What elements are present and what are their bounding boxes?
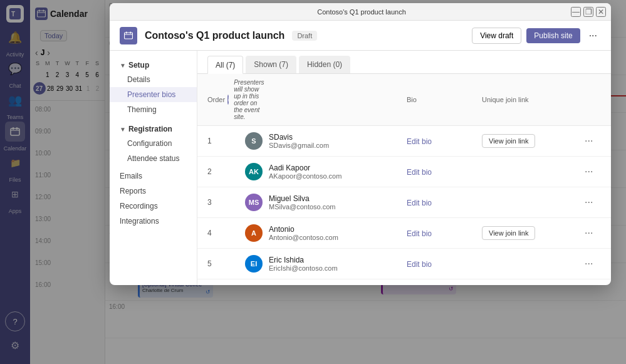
row-order: 2 [207, 167, 245, 176]
nav-reports[interactable]: Reports [110, 184, 197, 199]
nav-configuration[interactable]: Configuration [110, 136, 197, 151]
view-draft-button[interactable]: View draft [472, 28, 521, 44]
col-bio: Bio [407, 96, 482, 103]
row-more-button[interactable]: ··· [582, 165, 595, 179]
table-row: 2 AK Aadi Kapoor AKapoor@contoso.com Edi… [197, 157, 611, 187]
presenter-rows-container: 1 S SDavis SDavis@gmail.com Edit bio Vie… [197, 126, 611, 285]
presenter-email: Antonio@contoso.com [269, 234, 338, 241]
row-presenter: EI Eric Ishida EricIshi@contoso.com [245, 255, 407, 273]
row-order: 5 [207, 259, 245, 268]
presenter-name: Aadi Kapoor [269, 164, 342, 172]
svg-rect-10 [130, 31, 132, 33]
tab-hidden[interactable]: Hidden (0) [299, 56, 350, 73]
event-modal: Contoso's Q1 product launch — ❐ ✕ Contos… [110, 3, 611, 285]
presenter-email: EricIshi@contoso.com [269, 264, 338, 272]
nav-attendee-status[interactable]: Attendee status [110, 151, 197, 166]
modal-header: Contoso's Q1 product launch Draft View d… [110, 21, 611, 51]
modal-main-panel: All (7) Shown (7) Hidden (0) Order i Pre… [197, 51, 611, 285]
table-row: 1 S SDavis SDavis@gmail.com Edit bio Vie… [197, 126, 611, 157]
presenter-info: Aadi Kapoor AKapoor@contoso.com [269, 164, 342, 180]
edit-bio-link[interactable]: Edit bio [407, 199, 432, 207]
modal-titlebar: Contoso's Q1 product launch — ❐ ✕ [110, 3, 611, 21]
nav-registration-header[interactable]: ▼ Registration [110, 122, 197, 136]
presenter-email: SDavis@gmail.com [269, 142, 329, 149]
draft-badge: Draft [292, 31, 317, 41]
row-more-button[interactable]: ··· [582, 195, 595, 209]
row-order: 1 [207, 137, 245, 145]
edit-bio-link[interactable]: Edit bio [407, 137, 432, 146]
presenter-avatar: S [245, 132, 263, 150]
nav-theming[interactable]: Theming [110, 102, 197, 117]
presenter-email: AKapoor@contoso.com [269, 172, 342, 180]
tab-shown[interactable]: Shown (7) [246, 56, 296, 73]
view-join-link-button[interactable]: View join link [482, 226, 535, 240]
tab-all[interactable]: All (7) [207, 56, 243, 74]
modal-body: ▼ Setup Details Presenter bios Theming ▼… [110, 51, 611, 285]
row-bio: Edit bio [407, 259, 482, 269]
table-row: 3 MS Miguel Silva MSilva@contoso.com Edi… [197, 187, 611, 218]
edit-bio-link[interactable]: Edit bio [407, 260, 432, 269]
nav-emails[interactable]: Emails [110, 169, 197, 184]
row-order: 4 [207, 229, 245, 237]
row-bio: Edit bio [407, 167, 482, 177]
col-link: Unique join link [482, 96, 582, 103]
nav-setup-header[interactable]: ▼ Setup [110, 58, 197, 72]
row-presenter: MS Miguel Silva MSilva@contoso.com [245, 194, 407, 211]
row-actions: ··· [582, 134, 601, 148]
presenters-table: Order i Presenters will show up in this … [197, 74, 611, 285]
tab-bar: All (7) Shown (7) Hidden (0) [197, 51, 611, 74]
view-join-link-button[interactable]: View join link [482, 134, 535, 148]
row-bio: Edit bio [407, 229, 482, 238]
svg-rect-8 [125, 33, 133, 39]
presenter-info: Miguel Silva MSilva@contoso.com [269, 194, 336, 211]
event-icon [120, 27, 137, 44]
nav-integrations[interactable]: Integrations [110, 214, 197, 229]
nav-details[interactable]: Details [110, 72, 197, 87]
row-presenter: AK Aadi Kapoor AKapoor@contoso.com [245, 163, 407, 180]
table-header-row: Order i Presenters will show up in this … [197, 74, 611, 126]
row-presenter: A Antonio Antonio@contoso.com [245, 224, 407, 242]
restore-button[interactable]: ❐ [583, 7, 593, 17]
row-actions: ··· [582, 257, 601, 271]
row-actions: ··· [582, 165, 601, 179]
presenter-avatar: EI [245, 255, 263, 273]
close-button[interactable]: ✕ [596, 7, 606, 17]
table-row: 5 EI Eric Ishida EricIshi@contoso.com Ed… [197, 249, 611, 279]
col-order: Order i Presenters will show up in this … [207, 79, 245, 120]
nav-section-registration: ▼ Registration Configuration Attendee st… [110, 120, 197, 169]
presenter-info: Eric Ishida EricIshi@contoso.com [269, 256, 338, 272]
row-more-button[interactable]: ··· [582, 226, 595, 240]
presenter-avatar: MS [245, 194, 263, 211]
presenter-avatar: AK [245, 163, 263, 180]
nav-recordings[interactable]: Recordings [110, 199, 197, 214]
row-link: View join link [482, 134, 582, 148]
edit-bio-link[interactable]: Edit bio [407, 229, 432, 238]
nav-presenter-bios[interactable]: Presenter bios [110, 87, 197, 102]
row-bio: Edit bio [407, 198, 482, 207]
row-more-button[interactable]: ··· [582, 134, 595, 148]
row-actions: ··· [582, 226, 601, 240]
publish-button[interactable]: Publish site [526, 28, 580, 43]
svg-rect-9 [126, 31, 127, 33]
row-order: 3 [207, 198, 245, 207]
row-link: View join link [482, 226, 582, 240]
presenter-email: MSilva@contoso.com [269, 203, 336, 211]
presenter-avatar: A [245, 224, 263, 242]
presenter-name: Miguel Silva [269, 194, 336, 203]
order-info-icon[interactable]: i [227, 95, 229, 105]
modal-nav: ▼ Setup Details Presenter bios Theming ▼… [110, 51, 197, 285]
header-actions: View draft Publish site ··· [472, 28, 601, 44]
edit-bio-link[interactable]: Edit bio [407, 168, 432, 177]
presenter-name: SDavis [269, 133, 329, 142]
window-controls: — ❐ ✕ [571, 7, 606, 17]
table-row: 6 CD Cassandra Dunn CassyDunn@contoso.co… [197, 279, 611, 285]
modal-title: Contoso's Q1 product launch [152, 8, 571, 16]
presenter-name: Antonio [269, 225, 338, 234]
row-more-button[interactable]: ··· [582, 257, 595, 271]
presenter-info: SDavis SDavis@gmail.com [269, 133, 329, 149]
row-actions: ··· [582, 195, 601, 209]
presenter-name: Eric Ishida [269, 256, 338, 264]
more-options-button[interactable]: ··· [585, 28, 601, 44]
nav-section-setup: ▼ Setup Details Presenter bios Theming [110, 56, 197, 120]
minimize-button[interactable]: — [571, 7, 581, 17]
